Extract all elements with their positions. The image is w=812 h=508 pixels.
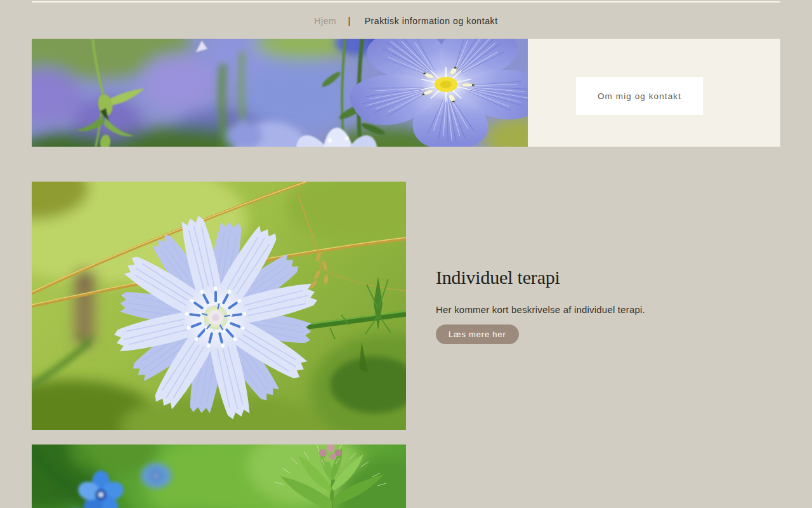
hero-flax-illustration: [32, 39, 528, 147]
hero-cta-panel: Om mig og kontakt: [528, 39, 780, 147]
about-contact-button[interactable]: Om mig og kontakt: [576, 77, 703, 115]
breadcrumb-nav: Hjem | Praktisk information og kontakt: [0, 12, 812, 30]
read-more-button[interactable]: Læs mere her: [436, 324, 519, 344]
meadow-photo: [32, 444, 406, 508]
nav-separator: |: [348, 16, 350, 26]
section-title: Individuel terapi: [436, 266, 560, 289]
meadow-illustration: [32, 444, 406, 508]
chicory-flower-photo: [32, 182, 406, 430]
nav-link-current-page[interactable]: Praktisk information og kontakt: [365, 16, 498, 26]
page: Hjem | Praktisk information og kontakt: [0, 0, 812, 508]
section-description: Her kommer kort beskrivelse af individue…: [436, 303, 645, 316]
chicory-illustration: [32, 182, 406, 430]
top-divider: [32, 1, 780, 3]
hero-flax-photo: [32, 39, 528, 147]
nav-link-home[interactable]: Hjem: [314, 16, 336, 26]
